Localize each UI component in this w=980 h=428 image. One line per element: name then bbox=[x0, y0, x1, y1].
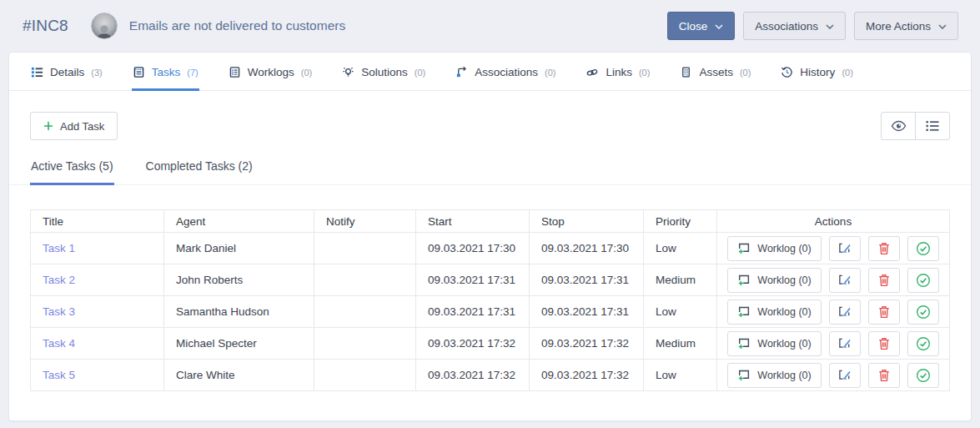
priority-cell: Medium bbox=[644, 264, 717, 296]
preview-toggle-button[interactable] bbox=[881, 112, 916, 140]
list-view-button[interactable] bbox=[915, 112, 950, 140]
col-header-title: Title bbox=[31, 210, 164, 233]
notify-cell bbox=[314, 360, 416, 391]
priority-cell: Low bbox=[644, 233, 717, 264]
more-actions-button[interactable]: More Actions bbox=[854, 12, 958, 40]
worklog-add-icon bbox=[737, 242, 751, 254]
col-header-priority: Priority bbox=[644, 210, 717, 233]
stop-cell: 09.03.2021 17:32 bbox=[530, 360, 644, 391]
check-circle-icon bbox=[916, 241, 931, 256]
table-row: Task 2 John Roberts 09.03.2021 17:31 09.… bbox=[31, 264, 950, 296]
col-header-start: Start bbox=[416, 210, 530, 233]
task-link[interactable]: Task 3 bbox=[43, 305, 75, 318]
incident-page: #INC8 Emails are not delivered to custom… bbox=[0, 0, 980, 428]
worklog-add-icon bbox=[737, 274, 751, 286]
tasks-table: Title Agent Notify Start Stop Priority A… bbox=[30, 209, 950, 391]
edit-icon bbox=[837, 242, 852, 254]
task-link[interactable]: Task 4 bbox=[43, 337, 75, 350]
complete-task-button[interactable] bbox=[907, 331, 939, 356]
delete-task-button[interactable] bbox=[868, 331, 900, 356]
tab-details[interactable]: Details(3) bbox=[30, 53, 103, 91]
complete-task-button[interactable] bbox=[907, 268, 939, 293]
edit-task-button[interactable] bbox=[829, 363, 861, 388]
worklog-button[interactable]: Worklog (0) bbox=[727, 363, 821, 388]
tab-links[interactable]: Links(0) bbox=[585, 53, 651, 91]
notify-cell bbox=[314, 264, 416, 296]
subtab-completed-tasks[interactable]: Completed Tasks (2) bbox=[145, 154, 254, 185]
notify-cell bbox=[314, 233, 416, 264]
priority-cell: Low bbox=[644, 296, 717, 328]
trash-icon bbox=[878, 274, 890, 287]
eye-icon bbox=[891, 120, 907, 132]
task-link[interactable]: Task 1 bbox=[43, 242, 75, 254]
notify-cell bbox=[314, 328, 416, 360]
tab-bar: Details(3) Tasks(7) Worklogs(0) Solution… bbox=[9, 53, 971, 91]
notify-cell bbox=[314, 296, 416, 328]
agent-cell: Clare White bbox=[164, 360, 314, 391]
edit-icon bbox=[837, 337, 852, 350]
add-task-button[interactable]: Add Task bbox=[30, 112, 118, 140]
worklog-add-icon bbox=[737, 337, 751, 350]
agent-cell: Michael Specter bbox=[164, 328, 314, 360]
view-toggle-group bbox=[881, 112, 950, 140]
worklog-button[interactable]: Worklog (0) bbox=[727, 300, 821, 325]
ticket-header: #INC8 Emails are not delivered to custom… bbox=[0, 0, 980, 52]
solutions-lightbulb-icon bbox=[342, 66, 354, 78]
assets-building-icon bbox=[680, 66, 692, 78]
trash-icon bbox=[878, 305, 890, 319]
tab-history[interactable]: History(0) bbox=[780, 53, 853, 91]
worklog-add-icon bbox=[737, 305, 751, 318]
task-link[interactable]: Task 5 bbox=[43, 369, 75, 381]
complete-task-button[interactable] bbox=[907, 363, 939, 388]
worklogs-notes-icon bbox=[229, 66, 241, 78]
stop-cell: 09.03.2021 17:30 bbox=[530, 233, 644, 264]
delete-task-button[interactable] bbox=[868, 236, 900, 261]
table-row: Task 4 Michael Specter 09.03.2021 17:32 … bbox=[31, 328, 950, 360]
worklog-button[interactable]: Worklog (0) bbox=[727, 268, 821, 293]
edit-task-button[interactable] bbox=[829, 300, 861, 325]
col-header-notify: Notify bbox=[314, 210, 416, 233]
associations-button[interactable]: Associations bbox=[743, 12, 846, 40]
delete-task-button[interactable] bbox=[868, 268, 900, 293]
tab-tasks[interactable]: Tasks(7) bbox=[132, 53, 199, 91]
edit-icon bbox=[837, 274, 852, 286]
check-circle-icon bbox=[916, 368, 931, 383]
edit-icon bbox=[837, 305, 852, 318]
tab-associations[interactable]: Associations(0) bbox=[455, 53, 556, 91]
worklog-button[interactable]: Worklog (0) bbox=[727, 331, 821, 356]
ticket-title: Emails are not delivered to customers bbox=[129, 18, 345, 33]
chevron-down-icon bbox=[938, 24, 947, 29]
close-button[interactable]: Close bbox=[667, 12, 736, 40]
task-link[interactable]: Task 2 bbox=[43, 274, 75, 286]
start-cell: 09.03.2021 17:31 bbox=[416, 264, 530, 296]
worklog-button[interactable]: Worklog (0) bbox=[727, 236, 821, 261]
header-actions: Close Associations More Actions bbox=[667, 12, 958, 40]
check-circle-icon bbox=[916, 336, 931, 351]
links-chain-icon bbox=[585, 67, 599, 78]
priority-cell: Medium bbox=[644, 328, 717, 360]
worklog-add-icon bbox=[737, 369, 751, 381]
col-header-agent: Agent bbox=[164, 210, 314, 233]
task-filter-tabs: Active Tasks (5) Completed Tasks (2) bbox=[9, 154, 971, 185]
delete-task-button[interactable] bbox=[868, 363, 900, 388]
ticket-detail-card: Details(3) Tasks(7) Worklogs(0) Solution… bbox=[8, 52, 972, 421]
edit-task-button[interactable] bbox=[829, 268, 861, 293]
start-cell: 09.03.2021 17:30 bbox=[416, 233, 530, 264]
edit-task-button[interactable] bbox=[829, 331, 861, 356]
tab-solutions[interactable]: Solutions(0) bbox=[341, 53, 426, 91]
tab-worklogs[interactable]: Worklogs(0) bbox=[228, 53, 313, 91]
agent-cell: John Roberts bbox=[164, 264, 314, 296]
edit-task-button[interactable] bbox=[829, 236, 861, 261]
subtab-active-tasks[interactable]: Active Tasks (5) bbox=[30, 154, 114, 185]
tasks-clipboard-icon bbox=[133, 66, 145, 78]
start-cell: 09.03.2021 17:31 bbox=[416, 296, 530, 328]
complete-task-button[interactable] bbox=[907, 300, 939, 325]
tasks-toolbar: Add Task bbox=[9, 91, 971, 140]
trash-icon bbox=[878, 242, 890, 255]
complete-task-button[interactable] bbox=[907, 236, 939, 261]
table-row: Task 5 Clare White 09.03.2021 17:32 09.0… bbox=[31, 360, 950, 391]
start-cell: 09.03.2021 17:32 bbox=[416, 360, 530, 391]
stop-cell: 09.03.2021 17:32 bbox=[530, 328, 644, 360]
delete-task-button[interactable] bbox=[868, 300, 900, 325]
tab-assets[interactable]: Assets(0) bbox=[679, 53, 751, 91]
